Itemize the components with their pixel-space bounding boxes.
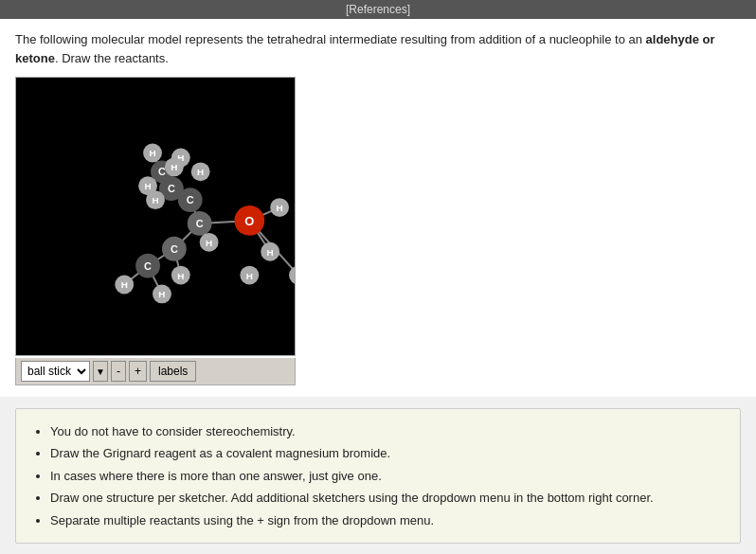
model-labels-btn[interactable]: labels bbox=[150, 361, 196, 382]
question-text-end: . Draw the reactants. bbox=[55, 51, 169, 65]
svg-text:H: H bbox=[177, 271, 184, 281]
instructions-wrapper: You do not have to consider stereochemis… bbox=[0, 408, 756, 544]
instruction-item-1: You do not have to consider stereochemis… bbox=[50, 420, 725, 442]
svg-text:H: H bbox=[206, 238, 212, 248]
model-display-select[interactable]: ball stick bbox=[21, 361, 90, 382]
instruction-item-4: Draw one structure per sketcher. Add add… bbox=[50, 487, 725, 509]
top-bar: [References] bbox=[0, 0, 756, 19]
model-controls-bar: ball stick ▼ - + labels bbox=[15, 358, 296, 385]
molecule-svg: O C C C C C C H H bbox=[16, 78, 295, 355]
model-minus-btn[interactable]: - bbox=[111, 361, 126, 382]
svg-text:C: C bbox=[144, 260, 152, 272]
question-text: The following molecular model represents… bbox=[15, 30, 741, 67]
model-select-arrow[interactable]: ▼ bbox=[93, 361, 108, 382]
instruction-item-2: Draw the Grignard reagent as a covalent … bbox=[50, 442, 725, 464]
svg-text:H: H bbox=[246, 271, 253, 281]
instructions-list: You do not have to consider stereochemis… bbox=[31, 420, 725, 531]
svg-text:H: H bbox=[158, 289, 165, 299]
svg-text:H: H bbox=[171, 162, 177, 172]
instruction-item-3: In cases where there is more than one an… bbox=[50, 465, 725, 487]
svg-text:C: C bbox=[187, 194, 194, 206]
question-text-before: The following molecular model represents… bbox=[15, 32, 646, 46]
instructions-box: You do not have to consider stereochemis… bbox=[15, 408, 741, 544]
instruction-item-5: Separate multiple reactants using the + … bbox=[50, 509, 725, 531]
references-label: [References] bbox=[346, 3, 410, 16]
model-wrapper: O C C C C C C H H bbox=[15, 77, 296, 385]
svg-text:H: H bbox=[149, 148, 155, 158]
svg-text:C: C bbox=[196, 218, 204, 229]
svg-text:H: H bbox=[197, 167, 204, 177]
svg-text:H: H bbox=[121, 279, 128, 290]
svg-text:O: O bbox=[244, 214, 254, 228]
svg-text:C: C bbox=[168, 183, 175, 194]
model-plus-btn[interactable]: + bbox=[129, 361, 147, 382]
svg-text:H: H bbox=[144, 181, 151, 191]
svg-text:C: C bbox=[171, 243, 178, 255]
model-container: O C C C C C C H H bbox=[15, 77, 296, 356]
svg-text:H: H bbox=[267, 247, 274, 258]
svg-text:H: H bbox=[277, 203, 283, 213]
main-content: The following molecular model represents… bbox=[0, 19, 756, 397]
svg-text:H: H bbox=[152, 195, 158, 206]
svg-text:C: C bbox=[158, 166, 166, 177]
